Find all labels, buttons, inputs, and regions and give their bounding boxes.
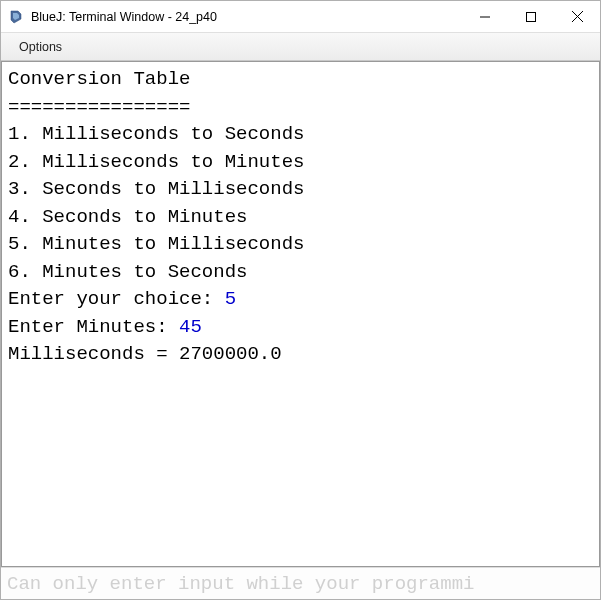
minimize-icon (480, 12, 490, 22)
prompt-choice-value: 5 (225, 288, 236, 310)
menu-options[interactable]: Options (11, 37, 70, 57)
prompt-minutes-value: 45 (179, 316, 202, 338)
close-button[interactable] (554, 1, 600, 32)
bluej-icon (7, 8, 25, 26)
close-icon (572, 11, 583, 22)
svg-rect-1 (527, 12, 536, 21)
input-placeholder: Can only enter input while your programm… (7, 573, 474, 595)
output-line-3: 3. Seconds to Milliseconds (8, 178, 304, 200)
terminal-input[interactable]: Can only enter input while your programm… (1, 567, 600, 599)
titlebar: BlueJ: Terminal Window - 24_p40 (1, 1, 600, 33)
output-line-1: 1. Milliseconds to Seconds (8, 123, 304, 145)
output-result: Milliseconds = 2700000.0 (8, 343, 282, 365)
output-line-6: 6. Minutes to Seconds (8, 261, 247, 283)
prompt-choice-label: Enter your choice: (8, 288, 225, 310)
output-header: Conversion Table (8, 68, 190, 90)
output-line-5: 5. Minutes to Milliseconds (8, 233, 304, 255)
terminal-output: Conversion Table ================ 1. Mil… (1, 61, 600, 567)
output-divider: ================ (8, 96, 190, 118)
window-title: BlueJ: Terminal Window - 24_p40 (31, 10, 462, 24)
minimize-button[interactable] (462, 1, 508, 32)
maximize-icon (526, 12, 536, 22)
output-line-2: 2. Milliseconds to Minutes (8, 151, 304, 173)
menubar: Options (1, 33, 600, 61)
prompt-minutes-label: Enter Minutes: (8, 316, 179, 338)
terminal-window: BlueJ: Terminal Window - 24_p40 Options (0, 0, 601, 600)
output-line-4: 4. Seconds to Minutes (8, 206, 247, 228)
maximize-button[interactable] (508, 1, 554, 32)
window-controls (462, 1, 600, 32)
